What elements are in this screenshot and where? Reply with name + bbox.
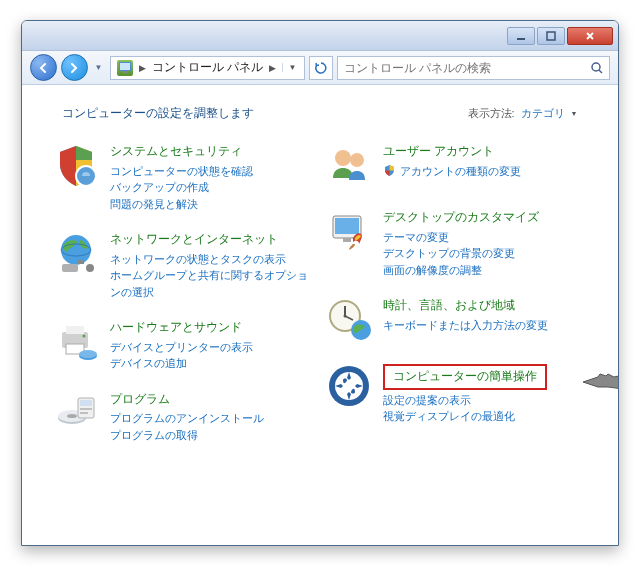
svg-point-16 bbox=[82, 335, 85, 338]
svg-rect-10 bbox=[62, 264, 78, 272]
category-link[interactable]: デバイスとプリンターの表示 bbox=[110, 339, 315, 356]
category-link[interactable]: ホームグループと共有に関するオプションの選択 bbox=[110, 267, 315, 300]
category-title-link[interactable]: コンピューターの簡単操作 bbox=[393, 369, 537, 385]
crumb-arrow-icon: ▶ bbox=[269, 63, 276, 73]
category-system-security: システムとセキュリティ コンピューターの状態を確認 バックアップの作成 問題の発… bbox=[52, 142, 315, 212]
category-link[interactable]: コンピューターの状態を確認 bbox=[110, 163, 315, 180]
svg-rect-29 bbox=[335, 218, 359, 234]
crumb-dropdown[interactable]: ▼ bbox=[282, 63, 298, 72]
shield-icon bbox=[52, 142, 100, 190]
category-link[interactable]: 視覚ディスプレイの最適化 bbox=[383, 408, 588, 425]
clock-globe-icon bbox=[325, 296, 373, 344]
category-link[interactable]: プログラムのアンインストール bbox=[110, 410, 315, 427]
category-link[interactable]: ネットワークの状態とタスクの表示 bbox=[110, 251, 315, 268]
category-link[interactable]: プログラムの取得 bbox=[110, 427, 315, 444]
svg-rect-4 bbox=[123, 71, 127, 73]
titlebar bbox=[22, 21, 618, 51]
maximize-button[interactable] bbox=[537, 27, 565, 45]
column-left: システムとセキュリティ コンピューターの状態を確認 バックアップの作成 問題の発… bbox=[52, 142, 315, 443]
close-button[interactable] bbox=[567, 27, 613, 45]
refresh-button[interactable] bbox=[309, 56, 333, 80]
content-header: コンピューターの設定を調整します 表示方法: カテゴリ ▼ bbox=[52, 105, 588, 122]
svg-point-18 bbox=[79, 350, 97, 358]
programs-icon bbox=[52, 390, 100, 438]
view-by: 表示方法: カテゴリ ▼ bbox=[468, 106, 578, 121]
search-input[interactable] bbox=[338, 61, 585, 75]
svg-rect-14 bbox=[66, 326, 84, 334]
addressbar: ▼ ▶ コントロール パネル ▶ ▼ bbox=[22, 51, 618, 85]
shield-mini-icon bbox=[383, 164, 396, 177]
svg-line-6 bbox=[599, 70, 602, 73]
category-ease-of-access: コンピューターの簡単操作 設定の提案の表示 視覚ディスプレイの最適化 bbox=[325, 362, 588, 425]
svg-point-34 bbox=[343, 315, 346, 318]
control-panel-icon bbox=[117, 60, 133, 76]
breadcrumb[interactable]: ▶ コントロール パネル ▶ ▼ bbox=[110, 56, 305, 80]
category-title-link[interactable]: 時計、言語、および地域 bbox=[383, 298, 588, 314]
category-grid: システムとセキュリティ コンピューターの状態を確認 バックアップの作成 問題の発… bbox=[52, 142, 588, 443]
crumb-text: コントロール パネル bbox=[152, 59, 263, 76]
svg-rect-25 bbox=[80, 412, 88, 414]
category-link[interactable]: 画面の解像度の調整 bbox=[383, 262, 588, 279]
svg-rect-24 bbox=[80, 408, 92, 410]
category-programs: プログラム プログラムのアンインストール プログラムの取得 bbox=[52, 390, 315, 444]
view-by-dropdown-icon[interactable]: ▼ bbox=[571, 110, 578, 117]
column-right: ユーザー アカウント アカウントの種類の変更 bbox=[325, 142, 588, 443]
svg-rect-3 bbox=[120, 63, 130, 70]
svg-point-12 bbox=[86, 264, 94, 272]
search-box[interactable] bbox=[337, 56, 610, 80]
svg-rect-11 bbox=[78, 260, 84, 264]
control-panel-window: ▼ ▶ コントロール パネル ▶ ▼ コンピューターの設定を調整します 表示方法… bbox=[21, 20, 619, 546]
svg-rect-23 bbox=[80, 400, 92, 406]
ease-of-access-icon bbox=[325, 362, 373, 410]
category-appearance: デスクトップのカスタマイズ テーマの変更 デスクトップの背景の変更 画面の解像度… bbox=[325, 208, 588, 278]
category-title-link[interactable]: システムとセキュリティ bbox=[110, 144, 315, 160]
svg-rect-0 bbox=[517, 38, 525, 40]
category-title-link[interactable]: ネットワークとインターネット bbox=[110, 232, 315, 248]
category-title-link[interactable]: デスクトップのカスタマイズ bbox=[383, 210, 588, 226]
category-hardware: ハードウェアとサウンド デバイスとプリンターの表示 デバイスの追加 bbox=[52, 318, 315, 372]
crumb-arrow-icon: ▶ bbox=[139, 63, 146, 73]
category-network: ネットワークとインターネット ネットワークの状態とタスクの表示 ホームグループと… bbox=[52, 230, 315, 300]
category-link[interactable]: デバイスの追加 bbox=[110, 355, 315, 372]
search-icon bbox=[585, 61, 609, 75]
svg-rect-30 bbox=[343, 238, 351, 242]
category-clock-language: 時計、言語、および地域 キーボードまたは入力方法の変更 bbox=[325, 296, 588, 344]
category-link[interactable]: デスクトップの背景の変更 bbox=[383, 245, 588, 262]
svg-rect-1 bbox=[547, 32, 555, 40]
category-link[interactable]: アカウントの種類の変更 bbox=[400, 163, 521, 180]
svg-point-5 bbox=[592, 63, 600, 71]
printer-icon bbox=[52, 318, 100, 366]
category-link[interactable]: テーマの変更 bbox=[383, 229, 588, 246]
category-title-link[interactable]: ユーザー アカウント bbox=[383, 144, 588, 160]
category-link[interactable]: バックアップの作成 bbox=[110, 179, 315, 196]
nav-back-button[interactable] bbox=[30, 54, 57, 81]
category-link[interactable]: 設定の提案の表示 bbox=[383, 392, 588, 409]
category-title-link[interactable]: プログラム bbox=[110, 392, 315, 408]
nav-forward-button[interactable] bbox=[61, 54, 88, 81]
highlight-annotation: コンピューターの簡単操作 bbox=[383, 364, 547, 390]
category-link[interactable]: キーボードまたは入力方法の変更 bbox=[383, 317, 588, 334]
category-link[interactable]: 問題の発見と解決 bbox=[110, 196, 315, 213]
svg-point-21 bbox=[67, 414, 77, 418]
users-icon bbox=[325, 142, 373, 190]
minimize-button[interactable] bbox=[507, 27, 535, 45]
view-by-value[interactable]: カテゴリ bbox=[521, 106, 565, 121]
svg-point-26 bbox=[335, 150, 351, 166]
page-title: コンピューターの設定を調整します bbox=[62, 105, 254, 122]
content-area: コンピューターの設定を調整します 表示方法: カテゴリ ▼ bbox=[22, 85, 618, 545]
pointing-hand-annotation bbox=[578, 362, 619, 402]
nav-history-dropdown[interactable]: ▼ bbox=[92, 58, 106, 78]
category-user-accounts: ユーザー アカウント アカウントの種類の変更 bbox=[325, 142, 588, 190]
globe-icon bbox=[52, 230, 100, 278]
svg-point-27 bbox=[350, 153, 364, 167]
view-by-label: 表示方法: bbox=[468, 106, 515, 121]
appearance-icon bbox=[325, 208, 373, 256]
category-title-link[interactable]: ハードウェアとサウンド bbox=[110, 320, 315, 336]
